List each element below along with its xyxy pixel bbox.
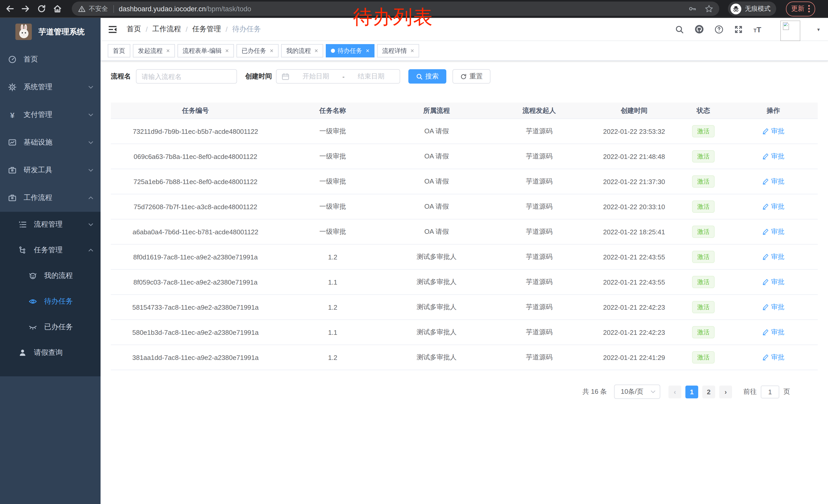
close-icon[interactable]: × <box>225 48 229 54</box>
close-icon[interactable]: × <box>315 48 318 54</box>
sidebar-item-task-mgmt[interactable]: 任务管理 <box>0 237 100 263</box>
cell-starter: 芋道源码 <box>488 320 590 345</box>
sidebar-item-home[interactable]: 首页 <box>0 46 100 73</box>
range-separator: - <box>342 73 345 80</box>
page-content: 流程名 创建时间 开始日期 - 结束日期 搜索 重 <box>100 61 828 504</box>
update-label[interactable]: 更新 <box>791 4 804 13</box>
search-icon[interactable] <box>675 25 684 34</box>
browser-menu-icon[interactable] <box>808 5 810 13</box>
breadcrumb-workflow[interactable]: 工作流程 <box>152 25 181 34</box>
breadcrumb-task-mgmt[interactable]: 任务管理 <box>192 25 221 34</box>
sidebar-item-workflow[interactable]: 工作流程 <box>0 184 100 212</box>
cell-process: OA 请假 <box>385 119 488 144</box>
approve-link[interactable]: 审批 <box>762 303 784 312</box>
close-icon[interactable]: × <box>270 48 274 54</box>
approve-link[interactable]: 审批 <box>762 152 784 161</box>
cell-process: 测试多审批人 <box>385 294 488 320</box>
page-size-select[interactable]: 10条/页 <box>614 384 660 399</box>
tag-done-task[interactable]: 已办任务× <box>237 44 279 57</box>
app-logo-row[interactable]: 芋道管理系统 <box>0 18 100 46</box>
search-button[interactable]: 搜索 <box>408 69 446 84</box>
chevron-up-icon <box>88 196 93 199</box>
col-actions: 操作 <box>729 102 818 119</box>
page-1-button[interactable]: 1 <box>686 385 698 398</box>
next-page-button[interactable]: › <box>719 385 732 398</box>
close-icon[interactable]: × <box>410 48 414 54</box>
avatar[interactable] <box>780 20 800 41</box>
security-warning-icon[interactable] <box>78 5 86 12</box>
sidebar-item-leave-query[interactable]: 请假查询 <box>0 340 100 366</box>
sidebar-item-done-task[interactable]: 已办任务 <box>0 314 100 340</box>
cell-create-time: 2022-01-21 22:41:29 <box>590 345 678 370</box>
approve-link[interactable]: 审批 <box>762 177 784 186</box>
reload-icon[interactable] <box>37 4 46 13</box>
tag-todo-task[interactable]: 待办任务× <box>326 44 374 57</box>
cell-task-name: 1.1 <box>280 269 385 294</box>
forward-icon[interactable] <box>21 4 30 13</box>
tag-my-process[interactable]: 我的流程× <box>281 44 323 57</box>
sidebar-item-process-mgmt[interactable]: 流程管理 <box>0 212 100 237</box>
close-icon[interactable]: × <box>366 48 369 54</box>
url-host[interactable]: dashboard.yudao.iocoder.cn <box>119 5 206 12</box>
reset-button[interactable]: 重置 <box>452 69 490 84</box>
table-row: 580e1b3d-7ac8-11ec-a9e2-a2380e71991a 1.1… <box>111 320 818 345</box>
approve-link[interactable]: 审批 <box>762 277 784 287</box>
approve-link[interactable]: 审批 <box>762 127 784 136</box>
status-badge: 激活 <box>692 150 715 163</box>
security-label[interactable]: 不安全 <box>89 4 108 13</box>
screen: 不安全 dashboard.yudao.iocoder.cn/bpm/task/… <box>0 0 828 504</box>
breadcrumb-home[interactable]: 首页 <box>127 25 141 34</box>
sidebar-collapse-icon[interactable] <box>108 25 118 34</box>
sidebar-item-my-process[interactable]: 我的流程 <box>0 263 100 289</box>
cell-task-name: 1.2 <box>280 345 385 370</box>
home-icon[interactable] <box>53 4 62 13</box>
prev-page-button[interactable]: ‹ <box>668 385 681 398</box>
date-range-picker[interactable]: 开始日期 - 结束日期 <box>276 69 400 84</box>
goto-page-input[interactable] <box>761 385 779 398</box>
cell-task-id: 75d72608-7b7f-11ec-a3c8-acde48001122 <box>111 194 280 219</box>
github-icon[interactable] <box>694 25 704 34</box>
fullscreen-icon[interactable] <box>734 25 743 34</box>
sidebar-item-payment[interactable]: ¥ 支付管理 <box>0 101 100 129</box>
process-name-input[interactable] <box>136 69 237 84</box>
cell-starter: 芋道源码 <box>488 169 590 194</box>
cell-starter: 芋道源码 <box>488 244 590 269</box>
sidebar-item-devtools[interactable]: 研发工具 <box>0 156 100 184</box>
toolbox-icon <box>8 166 16 174</box>
approve-link[interactable]: 审批 <box>762 202 784 211</box>
tags-view-bar: 首页 发起流程× 流程表单-编辑× 已办任务× 我的流程× 待办任务× 流程详情… <box>100 41 828 61</box>
sidebar-item-system[interactable]: 系统管理 <box>0 73 100 101</box>
back-icon[interactable] <box>5 4 14 13</box>
font-size-icon[interactable]: TT <box>753 26 761 33</box>
broken-image-icon <box>782 22 790 30</box>
approve-link[interactable]: 审批 <box>762 252 784 262</box>
create-time-label: 创建时间 <box>245 72 272 81</box>
start-date-placeholder: 开始日期 <box>292 72 339 81</box>
cell-task-name: 一级审批 <box>280 144 385 169</box>
avatar-caret-icon[interactable]: ▾ <box>817 27 820 32</box>
cell-process: OA 请假 <box>385 194 488 219</box>
sidebar-item-todo-task[interactable]: 待办任务 <box>0 289 100 314</box>
cell-create-time: 2022-01-22 21:37:30 <box>590 169 678 194</box>
browser-update-button[interactable]: 更新 <box>786 1 815 16</box>
tag-start-process[interactable]: 发起流程× <box>133 44 175 57</box>
page-2-button[interactable]: 2 <box>702 385 715 398</box>
cell-create-time: 2022-01-22 20:33:10 <box>590 194 678 219</box>
password-key-icon[interactable] <box>689 5 697 13</box>
tag-form-edit[interactable]: 流程表单-编辑× <box>177 44 234 57</box>
cell-create-time: 2022-01-21 22:42:23 <box>590 294 678 320</box>
approve-link[interactable]: 审批 <box>762 227 784 236</box>
sidebar-item-infra[interactable]: 基础设施 <box>0 129 100 156</box>
bookmark-star-icon[interactable] <box>705 5 713 13</box>
tag-process-detail[interactable]: 流程详情× <box>377 44 419 57</box>
approve-link[interactable]: 审批 <box>762 328 784 337</box>
page-unit-label: 页 <box>783 387 790 396</box>
help-icon[interactable] <box>714 25 723 34</box>
tag-home[interactable]: 首页 <box>108 44 130 57</box>
close-icon[interactable]: × <box>166 48 170 54</box>
breadcrumb-current: 待办任务 <box>232 25 261 34</box>
url-path[interactable]: /bpm/task/todo <box>206 5 251 12</box>
cell-task-name: 一级审批 <box>280 219 385 244</box>
cell-process: OA 请假 <box>385 144 488 169</box>
approve-link[interactable]: 审批 <box>762 353 784 362</box>
